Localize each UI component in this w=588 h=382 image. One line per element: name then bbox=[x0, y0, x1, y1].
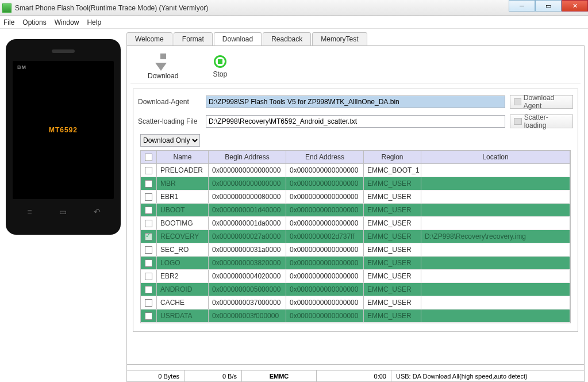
row-checkbox[interactable] bbox=[145, 246, 152, 254]
cell-location bbox=[421, 204, 570, 216]
minimize-button[interactable]: ─ bbox=[509, 0, 535, 12]
table-row[interactable]: RECOVERY0x00000000027a00000x0000000002d7… bbox=[141, 230, 570, 243]
th-begin[interactable]: Begin Address bbox=[209, 151, 286, 163]
status-time: 0:00 bbox=[317, 370, 391, 381]
cell-begin: 0x0000000000000000 bbox=[209, 164, 286, 177]
phone-bm-label: BM bbox=[17, 64, 26, 70]
cell-begin: 0x0000000001da0000 bbox=[209, 217, 286, 230]
content: Welcome Format Download Readback MemoryT… bbox=[126, 29, 588, 382]
scatter-path-input[interactable] bbox=[206, 115, 505, 128]
tab-format[interactable]: Format bbox=[174, 32, 213, 46]
cell-begin: 0x0000000000080000 bbox=[209, 190, 286, 203]
stop-tool-label: Stop bbox=[213, 70, 227, 78]
cell-region: EMMC_USER bbox=[364, 270, 421, 282]
cell-location bbox=[421, 283, 570, 296]
stop-icon bbox=[214, 55, 226, 68]
cell-begin: 0x0000000004020000 bbox=[209, 270, 286, 282]
scatter-label: Scatter-loading File bbox=[138, 117, 201, 125]
row-checkbox[interactable] bbox=[145, 207, 152, 214]
menu-help[interactable]: Help bbox=[87, 18, 101, 26]
row-checkbox[interactable] bbox=[145, 193, 152, 201]
partition-table: Name Begin Address End Address Region Lo… bbox=[140, 150, 571, 323]
maximize-button[interactable]: ▭ bbox=[535, 0, 562, 12]
download-mode-select[interactable]: Download Only bbox=[140, 134, 200, 147]
cell-end: 0x0000000000000000 bbox=[286, 257, 364, 269]
download-tool-label: Download bbox=[148, 72, 178, 80]
cell-region: EMMC_USER bbox=[364, 243, 421, 256]
table-row[interactable]: USRDATA0x000000003f0000000x0000000000000… bbox=[141, 310, 570, 323]
scatter-loading-button[interactable]: Scatter-loading bbox=[510, 114, 573, 128]
window-controls: ─ ▭ ✕ bbox=[509, 0, 588, 12]
cell-name: PRELOADER bbox=[157, 164, 209, 177]
menu-window[interactable]: Window bbox=[55, 18, 79, 26]
status-bps: 0 B/s bbox=[185, 370, 242, 381]
speaker-icon bbox=[52, 49, 75, 53]
row-checkbox[interactable] bbox=[145, 233, 152, 240]
cell-name: USRDATA bbox=[157, 310, 209, 322]
main-area: BM MT6592 ≡ ▭ ↶ Welcome Format Download … bbox=[0, 29, 588, 382]
menu-options[interactable]: Options bbox=[22, 18, 46, 26]
download-agent-button-label: Download Agent bbox=[524, 94, 569, 110]
tab-readback[interactable]: Readback bbox=[263, 32, 311, 46]
table-row[interactable]: UBOOT0x0000000001d400000x000000000000000… bbox=[141, 204, 570, 217]
th-end[interactable]: End Address bbox=[286, 151, 364, 163]
table-row[interactable]: SEC_RO0x00000000031a00000x00000000000000… bbox=[141, 243, 570, 257]
row-checkbox[interactable] bbox=[145, 312, 152, 320]
scatter-loading-button-label: Scatter-loading bbox=[524, 113, 569, 129]
th-name[interactable]: Name bbox=[157, 151, 209, 163]
th-region[interactable]: Region bbox=[364, 151, 421, 163]
table-row[interactable]: PRELOADER0x00000000000000000x00000000000… bbox=[141, 164, 570, 177]
cell-name: SEC_RO bbox=[157, 243, 209, 256]
table-row[interactable]: CACHE0x00000000370000000x000000000000000… bbox=[141, 296, 570, 310]
cell-region: EMMC_USER bbox=[364, 204, 421, 216]
tab-download[interactable]: Download bbox=[214, 32, 262, 46]
folder-icon bbox=[514, 98, 521, 105]
menu-file[interactable]: File bbox=[3, 18, 14, 26]
cell-region: EMMC_USER bbox=[364, 257, 421, 269]
app-icon bbox=[2, 3, 11, 13]
row-checkbox[interactable] bbox=[145, 220, 152, 227]
check-all[interactable] bbox=[145, 154, 152, 161]
status-bytes: 0 Bytes bbox=[127, 370, 185, 381]
cell-end: 0x0000000000000000 bbox=[286, 217, 364, 230]
stop-tool[interactable]: Stop bbox=[213, 55, 227, 78]
row-checkbox[interactable] bbox=[145, 167, 152, 174]
table-header: Name Begin Address End Address Region Lo… bbox=[141, 151, 570, 164]
menu-bar: File Options Window Help bbox=[0, 16, 588, 29]
table-row[interactable]: BOOTIMG0x0000000001da00000x0000000000000… bbox=[141, 217, 570, 230]
table-row[interactable]: LOGO0x00000000038200000x0000000000000000… bbox=[141, 257, 570, 270]
cell-begin: 0x0000000037000000 bbox=[209, 296, 286, 309]
back-hw-icon: ↶ bbox=[90, 207, 104, 216]
table-row[interactable]: MBR0x00000000000000000x0000000000000000E… bbox=[141, 177, 570, 190]
cell-name: CACHE bbox=[157, 296, 209, 309]
table-row[interactable]: EBR20x00000000040200000x0000000000000000… bbox=[141, 270, 570, 283]
cell-end: 0x0000000000000000 bbox=[286, 296, 364, 309]
cell-end: 0x0000000002d737ff bbox=[286, 230, 364, 243]
da-path-input[interactable] bbox=[206, 96, 505, 108]
download-tool[interactable]: Download bbox=[148, 54, 178, 80]
close-button[interactable]: ✕ bbox=[562, 0, 588, 12]
cell-region: EMMC_USER bbox=[364, 296, 421, 309]
table-row[interactable]: ANDROID0x00000000050000000x0000000000000… bbox=[141, 283, 570, 296]
row-checkbox[interactable] bbox=[145, 299, 152, 307]
cell-region: EMMC_USER bbox=[364, 283, 421, 296]
status-bar: 0 Bytes 0 B/s EMMC 0:00 USB: DA Download… bbox=[126, 353, 585, 382]
th-location[interactable]: Location bbox=[421, 151, 570, 163]
cell-region: EMMC_USER bbox=[364, 310, 421, 322]
cell-end: 0x0000000000000000 bbox=[286, 283, 364, 296]
cell-location bbox=[421, 257, 570, 269]
status-mem: EMMC bbox=[242, 370, 317, 381]
cell-end: 0x0000000000000000 bbox=[286, 310, 364, 322]
cell-end: 0x0000000000000000 bbox=[286, 204, 364, 216]
row-checkbox[interactable] bbox=[145, 259, 152, 267]
tab-welcome[interactable]: Welcome bbox=[126, 32, 172, 46]
tab-memorytest[interactable]: MemoryTest bbox=[312, 32, 367, 46]
cell-region: EMMC_USER bbox=[364, 217, 421, 230]
row-checkbox[interactable] bbox=[145, 286, 152, 293]
window-title: Smart Phone Flash Tool(Runtime Trace Mod… bbox=[15, 4, 208, 12]
download-agent-button[interactable]: Download Agent bbox=[510, 95, 573, 109]
row-checkbox[interactable] bbox=[145, 273, 152, 280]
cell-name: UBOOT bbox=[157, 204, 209, 216]
row-checkbox[interactable] bbox=[145, 180, 152, 188]
table-row[interactable]: EBR10x00000000000800000x0000000000000000… bbox=[141, 190, 570, 204]
